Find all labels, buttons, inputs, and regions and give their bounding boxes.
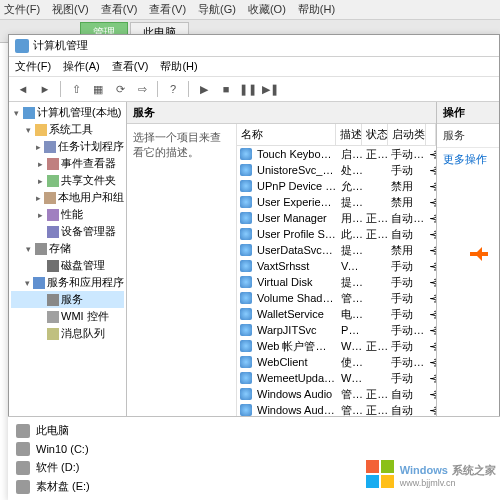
restart-button[interactable]: ▶❚ xyxy=(260,79,280,99)
outer-menu-item[interactable]: 帮助(H) xyxy=(298,2,335,17)
forward-button[interactable]: ► xyxy=(35,79,55,99)
service-ext: ⊰ xyxy=(427,404,436,417)
column-header[interactable]: 描述 xyxy=(336,124,362,145)
mmc-menu-item[interactable]: 文件(F) xyxy=(15,59,51,74)
list-header[interactable]: 名称描述状态启动类型 xyxy=(237,124,436,146)
outer-menu-item[interactable]: 查看(V) xyxy=(101,2,138,17)
expand-icon[interactable]: ▸ xyxy=(35,142,42,152)
tree-item[interactable]: WMI 控件 xyxy=(11,308,124,325)
usr-icon xyxy=(44,192,56,204)
tree-item[interactable]: ▸共享文件夹 xyxy=(11,172,124,189)
service-desc: 用户... xyxy=(339,211,364,226)
service-ext: ⊰ xyxy=(427,164,436,177)
service-row[interactable]: Windows Audio管理...正在...自动⊰ xyxy=(237,386,436,402)
help-button[interactable]: ? xyxy=(163,79,183,99)
mmc-menu-item[interactable]: 查看(V) xyxy=(112,59,149,74)
tree-item[interactable]: 服务 xyxy=(11,291,124,308)
tree-label: 本地用户和组 xyxy=(58,190,124,205)
tree-item[interactable]: 消息队列 xyxy=(11,325,124,342)
service-row[interactable]: User Manager用户...正在...自动(触发...⊰ xyxy=(237,210,436,226)
column-header[interactable]: 名称 xyxy=(237,124,336,145)
export-button[interactable]: ⇨ xyxy=(132,79,152,99)
expand-icon[interactable]: ▸ xyxy=(35,159,45,169)
expand-icon[interactable]: ▾ xyxy=(23,244,33,254)
svc-icon xyxy=(33,277,45,289)
service-ext: ⊰ xyxy=(427,180,436,193)
tree-label: 设备管理器 xyxy=(61,224,116,239)
service-desc: 管理... xyxy=(339,387,364,402)
mmc-menu-item[interactable]: 操作(A) xyxy=(63,59,100,74)
outer-menu-item[interactable]: 文件(F) xyxy=(4,2,40,17)
service-row[interactable]: Web 帐户管理器Web...正在...手动⊰ xyxy=(237,338,436,354)
tree-item[interactable]: ▾系统工具 xyxy=(11,121,124,138)
column-header[interactable] xyxy=(426,124,436,145)
expand-icon[interactable]: ▸ xyxy=(35,193,42,203)
pause-button[interactable]: ❚❚ xyxy=(238,79,258,99)
tree-item[interactable]: ▸任务计划程序 xyxy=(11,138,124,155)
gear-icon xyxy=(47,294,59,306)
tree-item[interactable]: ▸事件查看器 xyxy=(11,155,124,172)
drive-item[interactable]: 此电脑 xyxy=(8,421,500,440)
service-row[interactable]: WebClient使基...手动(触发...⊰ xyxy=(237,354,436,370)
service-row[interactable]: Touch Keyboard and Ha...启用...正在...手动(触发.… xyxy=(237,146,436,162)
service-ext: ⊰ xyxy=(427,228,436,241)
column-header[interactable]: 启动类型 xyxy=(388,124,426,145)
mmc-menu-item[interactable]: 帮助(H) xyxy=(160,59,197,74)
drive-item[interactable]: Win10 (C:) xyxy=(8,440,500,458)
service-startup: 手动 xyxy=(389,291,426,306)
service-row[interactable]: User Profile Service此服...正在...自动⊰ xyxy=(237,226,436,242)
tree-item[interactable]: ▸本地用户和组 xyxy=(11,189,124,206)
service-row[interactable]: User Experience Virtualiz...提供...禁用⊰ xyxy=(237,194,436,210)
service-row[interactable]: UserDataSvc_3bbc3提供...禁用⊰ xyxy=(237,242,436,258)
outer-menu-item[interactable]: 导航(G) xyxy=(198,2,236,17)
tree-item[interactable]: ▸性能 xyxy=(11,206,124,223)
actions-more[interactable]: 更多操作 xyxy=(437,148,499,171)
service-row[interactable]: WemeetUpdateSvcWe...手动⊰ xyxy=(237,370,436,386)
up-button[interactable]: ⇧ xyxy=(66,79,86,99)
annotation-arrow xyxy=(468,247,496,261)
service-ext: ⊰ xyxy=(427,324,436,337)
back-button[interactable]: ◄ xyxy=(13,79,33,99)
drive-icon xyxy=(16,442,30,456)
tree-item[interactable]: ▾服务和应用程序 xyxy=(11,274,124,291)
service-row[interactable]: UPnP Device Host允许...禁用⊰ xyxy=(237,178,436,194)
tree-item[interactable]: ▾存储 xyxy=(11,240,124,257)
windows-logo-icon xyxy=(366,460,394,488)
service-ext: ⊰ xyxy=(427,356,436,369)
stor-icon xyxy=(35,243,47,255)
service-startup: 手动(触发... xyxy=(389,323,426,338)
outer-menu-item[interactable]: 视图(V) xyxy=(52,2,89,17)
grid-icon[interactable]: ▦ xyxy=(88,79,108,99)
mmc-menubar: 文件(F)操作(A)查看(V)帮助(H) xyxy=(9,57,499,77)
expand-icon[interactable]: ▾ xyxy=(11,108,21,118)
service-row[interactable]: Virtual Disk提供...手动⊰ xyxy=(237,274,436,290)
stop-button[interactable]: ■ xyxy=(216,79,236,99)
msg-icon xyxy=(47,328,59,340)
tree-label: 性能 xyxy=(61,207,83,222)
expand-icon[interactable]: ▾ xyxy=(23,125,33,135)
service-desc: 此服... xyxy=(339,227,364,242)
service-row[interactable]: UnistoreSvc_3bbc3处理...手动⊰ xyxy=(237,162,436,178)
service-row[interactable]: WarpJITSvcProv...手动(触发...⊰ xyxy=(237,322,436,338)
shr-icon xyxy=(47,175,59,187)
service-row[interactable]: WalletService电子...手动⊰ xyxy=(237,306,436,322)
tree-item[interactable]: 设备管理器 xyxy=(11,223,124,240)
dev-icon xyxy=(47,226,59,238)
service-startup: 自动 xyxy=(389,227,426,242)
refresh-button[interactable]: ⟳ xyxy=(110,79,130,99)
expand-icon[interactable]: ▸ xyxy=(35,210,45,220)
service-row[interactable]: Volume Shadow Copy管理...手动⊰ xyxy=(237,290,436,306)
service-startup: 自动(触发... xyxy=(389,211,426,226)
service-startup: 手动 xyxy=(389,339,426,354)
service-name: User Experience Virtualiz... xyxy=(255,196,339,208)
separator xyxy=(188,81,189,97)
expand-icon[interactable]: ▸ xyxy=(35,176,45,186)
outer-menu-item[interactable]: 收藏(O) xyxy=(248,2,286,17)
tree-item[interactable]: 磁盘管理 xyxy=(11,257,124,274)
expand-icon[interactable]: ▾ xyxy=(23,278,31,288)
play-button[interactable]: ▶ xyxy=(194,79,214,99)
tree-item[interactable]: ▾计算机管理(本地) xyxy=(11,104,124,121)
outer-menu-item[interactable]: 查看(V) xyxy=(149,2,186,17)
column-header[interactable]: 状态 xyxy=(362,124,388,145)
service-row[interactable]: VaxtSrhsstVaxt...手动⊰ xyxy=(237,258,436,274)
